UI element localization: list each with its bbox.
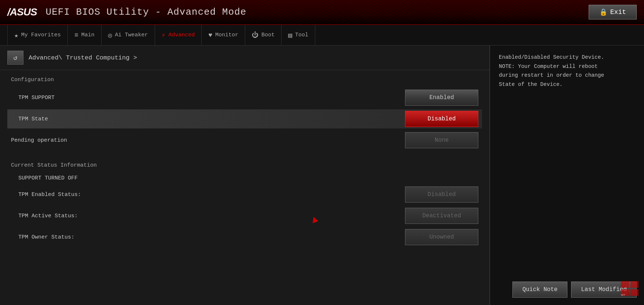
tpm-support-row: TPM SUPPORT Enabled — [11, 88, 478, 107]
tpm-active-status-value[interactable]: Deactivated — [405, 208, 478, 224]
nav-item-boot[interactable]: ⏻ Boot — [245, 25, 281, 45]
tpm-owner-status-label: TPM Owner Status: — [11, 234, 74, 240]
settings-area: Configuration TPM SUPPORT Enabled TPM St… — [0, 70, 489, 255]
pending-operation-value[interactable]: None — [405, 132, 478, 148]
nav-item-main[interactable]: ≡ Main — [68, 25, 102, 45]
exit-button[interactable]: 🔒 Exit — [589, 5, 637, 19]
quick-note-button[interactable]: Quick Note — [512, 282, 567, 298]
svg-text:W7: W7 — [621, 293, 626, 297]
nav-item-monitor[interactable]: ♥ Monitor — [202, 25, 245, 45]
section2-label: Current Status Information — [11, 162, 478, 168]
nav-label-advanced: Advanced — [168, 32, 195, 38]
breadcrumb-bar: ↺ Advanced\ Trusted Computing > — [0, 46, 489, 70]
tpm-owner-status-value[interactable]: Unowned — [405, 229, 478, 245]
tpm-enabled-status-value[interactable]: Disabled — [405, 186, 478, 203]
tpm-state-row: TPM State Disabled — [7, 109, 482, 128]
section1-label: Configuration — [11, 77, 478, 83]
breadcrumb: Advanced\ Trusted Computing > — [29, 54, 137, 61]
advanced-icon: ⚡ — [162, 31, 166, 39]
monitor-icon: ♥ — [208, 32, 212, 39]
tpm-owner-status-row: TPM Owner Status: Unowned — [11, 228, 478, 247]
support-turned-off-row: SUPPORT TURNED OFF — [11, 174, 478, 183]
header-title: UEFI BIOS Utility - Advanced Mode — [46, 7, 247, 18]
svg-rect-0 — [621, 281, 629, 288]
tpm-active-status-label: TPM Active Status: — [11, 213, 78, 219]
nav-item-my-favorites[interactable]: ★ My Favorites — [7, 25, 68, 45]
main-area: ↺ Advanced\ Trusted Computing > Configur… — [0, 46, 644, 305]
svg-rect-3 — [630, 289, 639, 296]
bottom-buttons-area: Quick Note Last Modified — [512, 282, 637, 298]
list-icon: ≡ — [74, 32, 78, 39]
help-text: Enabled/Disabled Security Device.NOTE: Y… — [499, 53, 635, 89]
svg-rect-1 — [630, 281, 639, 288]
power-icon: ⏻ — [252, 31, 258, 39]
pending-operation-row: Pending operation None — [11, 131, 478, 150]
windows-watermark: W7 — [620, 280, 640, 297]
tpm-support-value[interactable]: Enabled — [405, 90, 478, 106]
nav-item-advanced[interactable]: ⚡ Advanced — [155, 25, 202, 45]
tpm-enabled-status-label: TPM Enabled Status: — [11, 192, 81, 198]
right-panel: Enabled/Disabled Security Device.NOTE: Y… — [490, 46, 644, 305]
pending-operation-label: Pending operation — [11, 137, 67, 144]
tpm-support-label: TPM SUPPORT — [11, 95, 55, 101]
tpm-enabled-status-row: TPM Enabled Status: Disabled — [11, 185, 478, 204]
nav-item-tool[interactable]: ▤ Tool — [281, 25, 315, 45]
nav-label-tool: Tool — [295, 32, 308, 38]
content-panel: ↺ Advanced\ Trusted Computing > Configur… — [0, 46, 490, 305]
tpm-state-value[interactable]: Disabled — [405, 111, 478, 127]
tpm-active-status-row: TPM Active Status: Deactivated — [11, 206, 478, 225]
exit-label: Exit — [610, 8, 626, 16]
nav-label-ai-tweaker: Ai Tweaker — [115, 32, 148, 38]
tweaker-icon: ◎ — [108, 31, 112, 39]
nav-label-main: Main — [81, 32, 95, 38]
nav-label-monitor: Monitor — [215, 32, 238, 38]
exit-icon: 🔒 — [599, 8, 607, 16]
tool-icon: ▤ — [288, 31, 292, 39]
nav-item-ai-tweaker[interactable]: ◎ Ai Tweaker — [102, 25, 155, 45]
support-turned-off-label: SUPPORT TURNED OFF — [11, 175, 78, 181]
asus-logo: /ASUS — [7, 6, 37, 18]
nav-label-boot: Boot — [261, 32, 275, 38]
nav-bar: ★ My Favorites ≡ Main ◎ Ai Tweaker ⚡ Adv… — [0, 25, 644, 46]
back-button[interactable]: ↺ — [7, 51, 23, 65]
nav-label-my-favorites: My Favorites — [21, 32, 61, 38]
star-icon: ★ — [14, 31, 18, 39]
tpm-state-label: TPM State — [11, 116, 48, 122]
header: /ASUS UEFI BIOS Utility - Advanced Mode … — [0, 0, 644, 25]
